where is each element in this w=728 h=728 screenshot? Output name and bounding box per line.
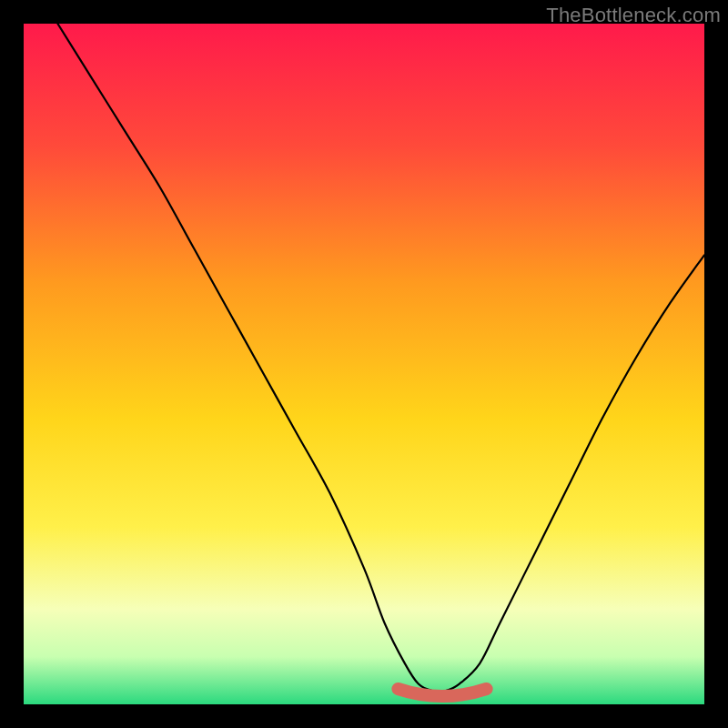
- plot-area: [24, 24, 704, 704]
- chart-svg: [24, 24, 704, 704]
- watermark-text: TheBottleneck.com: [546, 4, 721, 27]
- gradient-background: [24, 24, 704, 704]
- chart-frame: TheBottleneck.com: [0, 0, 728, 728]
- optimal-range-highlight: [398, 689, 486, 696]
